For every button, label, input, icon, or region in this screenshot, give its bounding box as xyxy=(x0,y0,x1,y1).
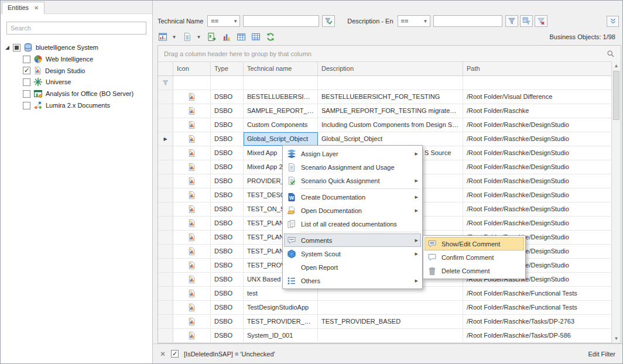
cell-description[interactable]: TEST_PROVIDER_BASED xyxy=(318,315,463,328)
auto-filter-row[interactable] xyxy=(158,76,611,90)
window-chart-dropdown-icon[interactable]: ▼ xyxy=(171,35,177,40)
column-header-description[interactable]: Description xyxy=(318,62,463,75)
cell-type[interactable]: DSBO xyxy=(211,104,244,118)
cell-technical-name[interactable]: SAMPLE_REPORT_FO... xyxy=(244,104,318,118)
filter-cell[interactable] xyxy=(244,76,318,90)
table-row[interactable]: DSBOTestDesignStudioApp/Root Folder/Rasc… xyxy=(158,301,611,315)
cell-path[interactable]: /Root Folder/Raschke/Tasks/DP-2763 xyxy=(463,315,611,328)
cell-description[interactable]: BESTELLUEBERSICHT_FOR_TESTING xyxy=(318,90,463,104)
cell-type[interactable]: DSBO xyxy=(211,132,244,146)
search-icon[interactable] xyxy=(607,50,615,58)
remove-filter-icon[interactable]: ✕ xyxy=(160,350,166,358)
menu-item-others[interactable]: Others▶ xyxy=(284,274,421,287)
cell-type[interactable]: DSBO xyxy=(211,118,244,132)
cell-type[interactable]: DSBO xyxy=(211,160,244,174)
column-header-icon[interactable]: Icon xyxy=(173,62,211,75)
table-footer-button[interactable] xyxy=(249,30,262,43)
table-row[interactable]: DSBOCustom ComponentsIncluding Custom Co… xyxy=(158,118,611,132)
cell-technical-name[interactable]: TestDesignStudioApp xyxy=(244,301,318,314)
technical-name-operator-select[interactable]: ==▼ xyxy=(207,15,240,27)
cell-type[interactable]: DSBO xyxy=(211,329,244,342)
edit-filter-button[interactable]: Edit Filter xyxy=(588,351,615,358)
cell-type[interactable]: DSBO xyxy=(211,146,244,160)
description-filter-input[interactable] xyxy=(433,15,502,27)
technical-name-filter-input[interactable] xyxy=(243,15,319,27)
funnel-button[interactable] xyxy=(505,15,518,27)
tree-root-bluetelligence-system[interactable]: bluetelligence System xyxy=(3,42,150,53)
refresh-button[interactable] xyxy=(264,30,277,43)
cell-type[interactable]: DSBO xyxy=(211,259,244,272)
column-header-path[interactable]: Path xyxy=(463,62,611,75)
excel-export-button[interactable] xyxy=(206,30,218,43)
filter-cell[interactable] xyxy=(173,76,211,90)
scrollbar-thumb[interactable] xyxy=(613,71,619,120)
cell-description[interactable] xyxy=(318,329,463,342)
menu-item-open-documentation[interactable]: Open Documentation▶ xyxy=(284,204,421,217)
table-row[interactable]: DSBOSystem_ID_001/Root Folder/Raschke/Ta… xyxy=(158,329,611,343)
filter-enabled-checkbox[interactable]: ✓ xyxy=(171,350,179,358)
cell-type[interactable]: DSBO xyxy=(211,315,244,328)
menu-item-create-documentation[interactable]: WCreate Documentation▶ xyxy=(284,190,421,204)
root-checkbox[interactable] xyxy=(13,44,20,51)
cell-description[interactable]: Global_Script_Object xyxy=(318,132,463,146)
menu-item-comments[interactable]: Comments▶ xyxy=(284,233,421,247)
menu-item-show-edit-comment[interactable]: Show/Edit Comment xyxy=(425,237,524,250)
menu-item-list-of-all-created-documentations[interactable]: List of all created documentations xyxy=(284,217,421,231)
table-row[interactable]: DSBOTEST_PROVIDER_BA...TEST_PROVIDER_BAS… xyxy=(158,315,611,329)
cell-technical-name[interactable]: Global_Script_Object xyxy=(244,132,318,146)
filter-cell[interactable] xyxy=(211,76,244,90)
description-operator-select[interactable]: ==▼ xyxy=(398,15,430,27)
column-header-type[interactable]: Type xyxy=(211,62,244,75)
cell-type[interactable]: DSBO xyxy=(211,287,244,300)
group-by-panel[interactable]: Drag a column header here to group by th… xyxy=(158,46,621,62)
cell-path[interactable]: /Root Folder/Raschke/Functional Tests xyxy=(463,301,611,314)
cell-description[interactable]: SAMPLE_REPORT_FOR_TESTING migrated to sa… xyxy=(318,104,463,118)
tree-item-design-studio[interactable]: ✓Design Studio xyxy=(3,65,150,76)
table-row[interactable]: DSBOSAMPLE_REPORT_FO...SAMPLE_REPORT_FOR… xyxy=(158,104,611,118)
table-row[interactable]: ▶DSBOGlobal_Script_ObjectGlobal_Script_O… xyxy=(158,132,611,146)
cell-path[interactable]: /Root Folder/Raschke/DesignStudio xyxy=(463,118,611,132)
cell-type[interactable]: DSBO xyxy=(211,245,244,258)
cell-description[interactable]: Including Custom Components from Design … xyxy=(318,118,463,132)
menu-item-delete-comment[interactable]: Delete Comment xyxy=(425,264,524,277)
cell-type[interactable]: DSBO xyxy=(211,217,244,230)
cell-path[interactable]: /Root Folder/Raschke/DesignStudio xyxy=(463,188,611,202)
checkbox[interactable]: ✓ xyxy=(23,67,30,74)
document-button[interactable] xyxy=(181,30,194,43)
checkbox[interactable] xyxy=(23,90,30,98)
tab-close-icon[interactable]: ✕ xyxy=(34,5,39,11)
cell-type[interactable]: DSBO xyxy=(211,90,244,104)
funnel-grid-button[interactable] xyxy=(520,15,533,27)
cell-technical-name[interactable]: System_ID_001 xyxy=(244,329,318,342)
menu-item-scenario-assignment-and-usage[interactable]: Scenario Assignment and Usage xyxy=(284,160,421,174)
search-input[interactable] xyxy=(7,25,146,32)
tree-item-lumira-2-x-documents[interactable]: Lumira 2.x Documents xyxy=(3,99,150,111)
checkbox[interactable] xyxy=(23,78,30,86)
bar-chart-button[interactable] xyxy=(220,30,233,43)
filter-cell[interactable] xyxy=(463,76,611,90)
cell-type[interactable]: DSBO xyxy=(211,273,244,286)
cell-technical-name[interactable]: TEST_PROVIDER_BA... xyxy=(244,315,318,328)
table-button[interactable] xyxy=(235,30,248,43)
cell-description[interactable] xyxy=(318,301,463,314)
table-row[interactable]: DSBOBESTELLUEBERSICHT...BESTELLUEBERSICH… xyxy=(158,90,611,104)
cell-path[interactable]: /Root Folder/Raschke xyxy=(463,104,611,118)
cell-path[interactable]: /Root Folder/Raschke/Functional Tests xyxy=(463,287,611,300)
cell-type[interactable]: DSBO xyxy=(211,202,244,216)
menu-item-confirm-comment[interactable]: Confirm Comment xyxy=(425,250,524,264)
tree-expander-icon[interactable] xyxy=(4,44,10,50)
tree-item-universe[interactable]: Universe xyxy=(3,76,150,88)
document-dropdown-icon[interactable]: ▼ xyxy=(196,35,202,40)
menu-item-system-scout[interactable]: System Scout▶ xyxy=(284,247,421,260)
vertical-scrollbar[interactable]: ▲ ▼ xyxy=(611,61,621,343)
tree-item-web-intelligence[interactable]: Web Intelligence xyxy=(3,53,150,65)
cell-path[interactable]: /Root Folder/Raschke/DesignStudio xyxy=(463,160,611,174)
funnel-check-button[interactable] xyxy=(322,15,335,27)
cell-path[interactable]: /Root Folder/Raschke/DesignStudio xyxy=(463,132,611,146)
menu-item-open-report[interactable]: Open Report xyxy=(284,260,421,274)
window-chart-button[interactable] xyxy=(156,30,169,43)
cell-path[interactable]: /Root Folder/Raschke/Tasks/DP-586 xyxy=(463,329,611,342)
scroll-down-icon[interactable]: ▼ xyxy=(612,334,621,343)
filter-expander-button[interactable] xyxy=(607,16,619,27)
checkbox[interactable] xyxy=(23,56,30,63)
